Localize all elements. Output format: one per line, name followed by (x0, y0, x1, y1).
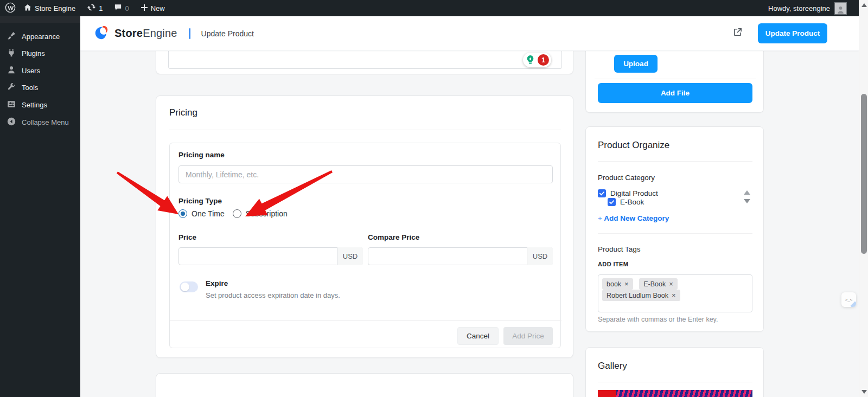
plus-icon: + (598, 214, 602, 222)
collapse-icon (7, 117, 16, 128)
product-category-label: Product Category (598, 174, 655, 182)
wp-admin-bar: Store Engine 1 0 New Howdy, storeengine (0, 0, 859, 16)
pricing-title: Pricing (169, 107, 197, 118)
price-input[interactable] (178, 247, 363, 265)
one-time-radio[interactable] (178, 209, 187, 218)
alert-count-badge: 1 (538, 54, 549, 66)
comment-icon (114, 3, 122, 13)
expire-description: Set product access expiration date in da… (206, 291, 340, 299)
wordpress-logo-icon[interactable] (5, 2, 16, 15)
site-menu[interactable]: Store Engine (20, 0, 79, 16)
new-menu[interactable]: New (137, 0, 169, 16)
ebook-checkbox[interactable] (608, 198, 616, 206)
divider (170, 320, 561, 321)
pricing-section: Pricing Pricing name Pricing Type One Ti… (156, 95, 573, 358)
updates-icon (87, 3, 96, 14)
new-label: New (151, 4, 165, 12)
sidebar-item-label: Settings (22, 101, 47, 109)
top-partial-card: 1 (156, 50, 573, 74)
sidebar-item-settings[interactable]: Settings (0, 97, 80, 113)
header-divider (189, 28, 190, 39)
comments-menu[interactable]: 0 (110, 0, 132, 16)
tag-chip: E-Book × (639, 278, 678, 290)
sidebar-item-appearance[interactable]: Appearance (0, 28, 80, 45)
plugins-icon (7, 48, 16, 59)
tags-hint: Separate with commas or the Enter key. (598, 316, 718, 323)
expire-label: Expire (206, 279, 228, 287)
scrollbar-down-arrow-icon[interactable] (861, 390, 867, 394)
collapse-menu-button[interactable]: Collapse Menu (0, 114, 80, 131)
product-organize-title: Product Organize (598, 140, 669, 151)
files-panel: Upload Add File (585, 50, 764, 113)
plus-icon (141, 4, 148, 13)
tags-input-box[interactable]: book × E-Book × Robert Ludlum Book × (598, 274, 752, 312)
page-scrollbar[interactable] (859, 0, 868, 397)
page-title: Update Product (201, 29, 254, 38)
gallery-image[interactable] (598, 390, 752, 397)
sidebar-partial-item (0, 16, 80, 23)
category-row: Digital Product (598, 189, 658, 197)
subscription-radio[interactable] (233, 209, 241, 218)
tag-chip: book × (602, 278, 633, 290)
wp-sidebar: Appearance Plugins Users Tools Settings … (0, 16, 80, 397)
compare-price-input[interactable] (368, 247, 553, 265)
add-file-button[interactable]: Add File (598, 83, 752, 103)
price-form: Pricing name Pricing Type One Time Subsc… (169, 143, 561, 348)
updates-menu[interactable]: 1 (83, 0, 106, 16)
scroll-up-icon[interactable] (744, 190, 750, 195)
scrollbar-thumb[interactable] (861, 94, 867, 254)
updates-count: 1 (99, 4, 103, 12)
widget-face: >_< (845, 297, 853, 302)
divider (169, 130, 561, 130)
external-link-icon[interactable] (732, 27, 743, 40)
remove-tag-icon[interactable]: × (672, 291, 676, 299)
writing-assistant-badge[interactable]: 1 (523, 53, 551, 67)
remove-tag-icon[interactable]: × (669, 280, 673, 288)
update-product-button[interactable]: Update Product (758, 23, 827, 43)
price-label: Price (178, 233, 196, 241)
appearance-icon (7, 31, 16, 42)
sidebar-item-label: Appearance (22, 33, 60, 41)
product-tags-label: Product Tags (598, 245, 641, 253)
divider (598, 233, 752, 234)
tag-label: E-Book (643, 280, 666, 288)
comments-count: 0 (125, 4, 129, 12)
sidebar-item-label: Users (22, 67, 40, 75)
sidebar-item-users[interactable]: Users (0, 62, 80, 79)
subscription-label: Subscription (246, 209, 288, 218)
site-name: Store Engine (35, 4, 75, 12)
home-icon (23, 3, 32, 14)
bottom-partial-card (156, 373, 573, 397)
pricing-name-label: Pricing name (178, 151, 225, 159)
digital-product-checkbox[interactable] (598, 189, 606, 197)
sidebar-item-plugins[interactable]: Plugins (0, 45, 80, 62)
scrollbar-up-arrow-icon[interactable] (861, 3, 867, 7)
divider (598, 382, 752, 382)
add-new-category-link[interactable]: + Add New Category (598, 214, 669, 222)
collapse-menu-label: Collapse Menu (22, 118, 69, 126)
category-label: E-Book (620, 198, 644, 206)
cancel-button[interactable]: Cancel (457, 327, 499, 345)
partial-input[interactable] (168, 49, 562, 69)
tools-icon (7, 82, 16, 93)
remove-tag-icon[interactable]: × (624, 280, 629, 288)
scroll-down-icon[interactable] (744, 199, 750, 203)
pricing-type-label: Pricing Type (178, 197, 222, 205)
brand-bold: Store (114, 27, 143, 39)
avatar (834, 2, 847, 15)
storeengine-logo-icon (93, 24, 110, 43)
brand-light: Engine (143, 27, 177, 39)
sidebar-item-tools[interactable]: Tools (0, 79, 80, 96)
gallery-section: Gallery (585, 347, 764, 397)
gallery-title: Gallery (598, 361, 627, 372)
assistant-widget[interactable]: >_< (841, 292, 856, 307)
brand-name: StoreEngine (114, 27, 177, 40)
tag-chip: Robert Ludlum Book × (602, 290, 680, 301)
expire-toggle[interactable] (180, 281, 198, 292)
pricing-name-input[interactable] (178, 165, 553, 183)
sidebar-item-label: Tools (22, 84, 38, 92)
account-menu[interactable]: Howdy, storeengine (768, 2, 859, 15)
upload-button[interactable]: Upload (614, 55, 658, 73)
one-time-label: One Time (192, 209, 225, 218)
add-price-button[interactable]: Add Price (503, 327, 553, 345)
